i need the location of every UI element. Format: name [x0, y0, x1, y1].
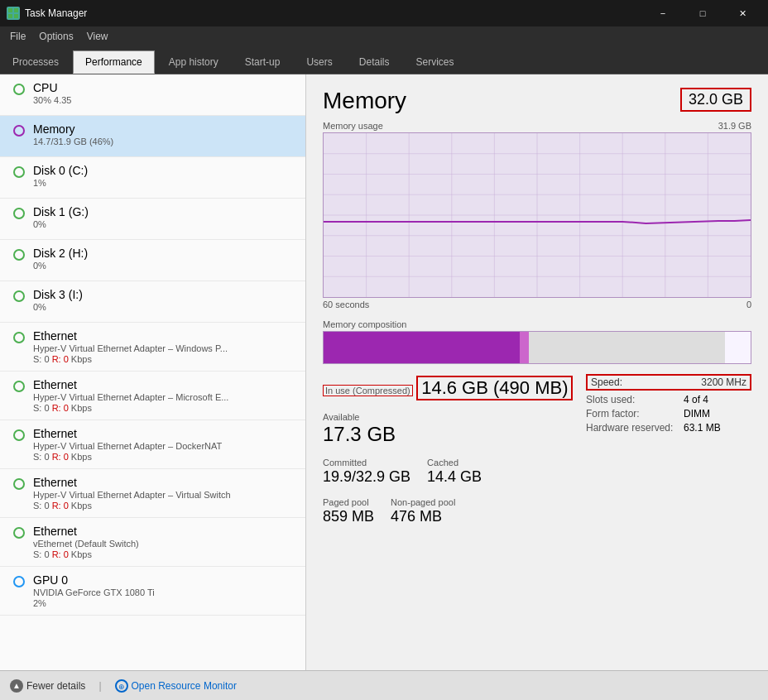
stat-non-paged-pool: Non-paged pool 476 MB: [391, 497, 455, 525]
cached-label: Cached: [427, 458, 482, 467]
eth2-sub2: S: 0 R: 0 Kbps: [33, 403, 295, 413]
memory-usage-section: Memory usage 31.9 GB: [323, 121, 751, 309]
composition-section: Memory composition: [323, 319, 751, 364]
eth3-sub2: S: 0 R: 0 Kbps: [33, 452, 295, 462]
fewer-details-button[interactable]: ▲ Fewer details: [10, 679, 85, 693]
disk3-status-dot: [13, 290, 25, 302]
stat-paged-pool: Paged pool 859 MB: [323, 497, 374, 525]
sidebar-item-cpu[interactable]: CPU 30% 4.35: [0, 74, 305, 116]
title-bar-left: Task Manager: [7, 7, 87, 20]
eth2-item-content: Ethernet Hyper-V Virtual Ethernet Adapte…: [33, 378, 295, 413]
memory-chart: [323, 132, 751, 298]
eth5-item-content: Ethernet vEthernet (Default Switch) S: 0…: [33, 525, 295, 559]
menu-view[interactable]: View: [80, 29, 115, 44]
maximize-button[interactable]: □: [684, 0, 722, 26]
eth3-sub1: Hyper-V Virtual Ethernet Adapter – Docke…: [33, 441, 295, 451]
eth3-status-dot: [13, 429, 25, 441]
stats-table: Speed: 3200 MHz Slots used: 4 of 4 Form …: [586, 374, 751, 434]
sidebar-item-eth1[interactable]: Ethernet Hyper-V Virtual Ethernet Adapte…: [0, 323, 305, 372]
sidebar-item-eth5[interactable]: Ethernet vEthernet (Default Switch) S: 0…: [0, 518, 305, 567]
time-left-label: 60 seconds: [323, 300, 369, 309]
app-icon: [7, 7, 20, 20]
disk3-sub: 0%: [33, 302, 295, 312]
title-bar: Task Manager − □ ✕: [0, 0, 768, 26]
comp-modified: [520, 332, 528, 363]
non-paged-pool-label: Non-paged pool: [391, 497, 455, 507]
bottom-bar: ▲ Fewer details | ⊕ Open Resource Monito…: [0, 670, 768, 700]
eth4-title: Ethernet: [33, 476, 295, 489]
fewer-details-label: Fewer details: [26, 680, 85, 692]
tab-startup[interactable]: Start-up: [233, 50, 293, 74]
sidebar-item-gpu0[interactable]: GPU 0 NVIDIA GeForce GTX 1080 Ti 2%: [0, 567, 305, 616]
disk3-item-content: Disk 3 (I:) 0%: [33, 288, 295, 312]
tab-performance[interactable]: Performance: [73, 50, 155, 74]
sidebar-item-memory[interactable]: Memory 14.7/31.9 GB (46%): [0, 116, 305, 157]
eth1-sub2: S: 0 R: 0 Kbps: [33, 354, 295, 364]
svg-rect-0: [8, 8, 12, 12]
detail-total: 32.0 GB: [680, 88, 751, 112]
eth4-sub2: S: 0 R: 0 Kbps: [33, 501, 295, 511]
stats-left: In use (Compressed) 14.6 GB (490 MB) Ava…: [323, 374, 586, 537]
disk0-sub: 1%: [33, 178, 295, 188]
comp-standby: [529, 332, 725, 363]
menu-options[interactable]: Options: [32, 29, 79, 44]
eth4-sub1: Hyper-V Virtual Ethernet Adapter – Virtu…: [33, 490, 295, 500]
svg-rect-3: [14, 14, 18, 18]
stats-area: In use (Compressed) 14.6 GB (490 MB) Ava…: [323, 374, 751, 537]
hw-reserved-key: Hardware reserved:: [586, 422, 677, 434]
sidebar-item-disk0[interactable]: Disk 0 (C:) 1%: [0, 157, 305, 199]
speed-value: 3200 MHz: [701, 376, 746, 388]
tab-users[interactable]: Users: [294, 50, 344, 74]
speed-row: Speed: 3200 MHz: [586, 374, 751, 391]
memory-status-dot: [13, 125, 25, 137]
sidebar-item-eth4[interactable]: Ethernet Hyper-V Virtual Ethernet Adapte…: [0, 469, 305, 518]
tab-services[interactable]: Services: [403, 50, 466, 74]
sidebar-item-disk2[interactable]: Disk 2 (H:) 0%: [0, 240, 305, 281]
gpu0-title: GPU 0: [33, 573, 295, 587]
stat-committed: Committed 19.9/32.9 GB: [323, 458, 410, 486]
sidebar-item-disk1[interactable]: Disk 1 (G:) 0%: [0, 199, 305, 240]
sidebar-item-eth2[interactable]: Ethernet Hyper-V Virtual Ethernet Adapte…: [0, 372, 305, 420]
memory-chart-svg: [324, 133, 751, 297]
resource-monitor-icon: ⊕: [115, 679, 128, 693]
eth1-sub1: Hyper-V Virtual Ethernet Adapter – Windo…: [33, 343, 295, 353]
sidebar: CPU 30% 4.35 Memory 14.7/31.9 GB (46%) D…: [0, 74, 306, 670]
separator: |: [98, 680, 101, 692]
usage-label: Memory usage: [323, 121, 383, 131]
cpu-sub: 30% 4.35: [33, 95, 295, 105]
disk2-title: Disk 2 (H:): [33, 247, 295, 260]
tab-details[interactable]: Details: [347, 50, 402, 74]
disk0-status-dot: [13, 166, 25, 178]
eth3-title: Ethernet: [33, 427, 295, 440]
minimize-button[interactable]: −: [644, 0, 682, 26]
chevron-up-icon: ▲: [10, 679, 23, 693]
in-use-value: 14.6 GB (490 MB): [416, 376, 573, 400]
form-factor-key: Form factor:: [586, 408, 677, 420]
cpu-item-content: CPU 30% 4.35: [33, 81, 295, 105]
sidebar-item-eth3[interactable]: Ethernet Hyper-V Virtual Ethernet Adapte…: [0, 420, 305, 469]
available-label: Available: [323, 412, 586, 422]
title-bar-controls: − □ ✕: [644, 0, 761, 26]
comp-free: [725, 332, 751, 363]
gpu0-status-dot: [13, 576, 25, 587]
tab-app-history[interactable]: App history: [156, 50, 231, 74]
pool-row: Paged pool 859 MB Non-paged pool 476 MB: [323, 497, 586, 537]
hw-reserved-val: 63.1 MB: [684, 422, 721, 434]
slots-key: Slots used:: [586, 394, 677, 405]
paged-pool-label: Paged pool: [323, 497, 374, 507]
time-right-label: 0: [746, 300, 751, 309]
close-button[interactable]: ✕: [723, 0, 761, 26]
form-factor-val: DIMM: [684, 408, 710, 420]
menu-file[interactable]: File: [3, 29, 32, 44]
cpu-title: CPU: [33, 81, 295, 94]
eth5-title: Ethernet: [33, 525, 295, 538]
disk1-item-content: Disk 1 (G:) 0%: [33, 205, 295, 229]
eth1-title: Ethernet: [33, 329, 295, 343]
eth4-item-content: Ethernet Hyper-V Virtual Ethernet Adapte…: [33, 476, 295, 511]
tab-processes[interactable]: Processes: [0, 50, 71, 74]
eth2-sub1: Hyper-V Virtual Ethernet Adapter – Micro…: [33, 392, 295, 402]
sidebar-item-disk3[interactable]: Disk 3 (I:) 0%: [0, 281, 305, 323]
eth1-item-content: Ethernet Hyper-V Virtual Ethernet Adapte…: [33, 329, 295, 364]
open-resource-monitor-link[interactable]: ⊕ Open Resource Monitor: [115, 679, 237, 693]
stats-right: Speed: 3200 MHz Slots used: 4 of 4 Form …: [586, 374, 751, 537]
